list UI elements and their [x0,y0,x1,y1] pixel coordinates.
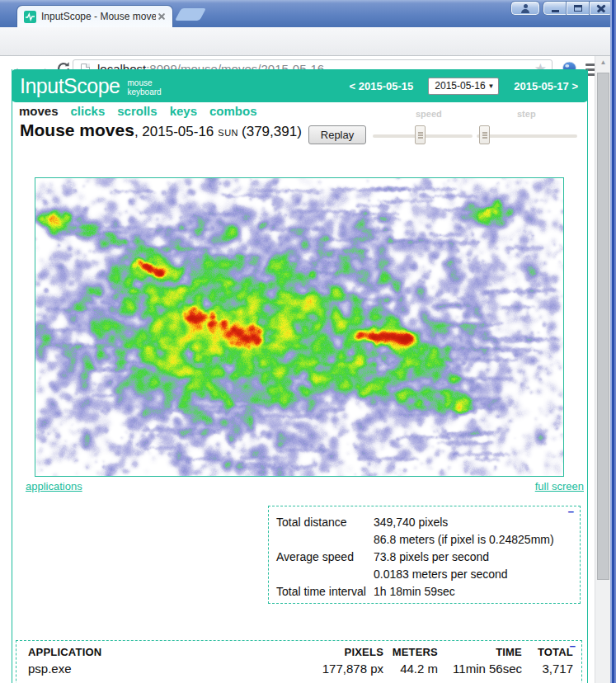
speed-label: speed [416,109,442,119]
tab-title: InputScope - Mouse moves [41,11,156,22]
close-button[interactable] [590,2,613,15]
tab-moves[interactable]: moves [19,104,59,118]
page-title: Mouse moves , 2015-05-16 sun (379,391) [20,120,302,140]
table-row: psp.exe 177,878 px 44.2 m 11min 56sec 3,… [28,658,573,680]
inputscope-favicon-icon [24,11,36,23]
col-pixels: PIXELS [293,646,383,658]
stats-collapse-toggle[interactable]: − [567,507,574,517]
stats-row: 0.0183 meters per second [276,566,573,583]
speed-slider-handle[interactable] [415,125,426,144]
date-select[interactable]: 2015-05-16 ▼ [428,78,499,95]
stat-label [276,531,374,549]
page-title-date: , 2015-05-16 [134,124,214,140]
brand-logo[interactable]: InputScope [20,74,120,98]
apps-collapse-toggle[interactable]: − [569,642,576,652]
page-scrollbar[interactable]: ▲ [595,56,610,683]
scrollbar-thumb[interactable] [597,73,609,580]
apps-table-header: APPLICATION PIXELS METERS TIME TOTAL [28,646,573,658]
stats-row: Average speed73.8 pixels per second [276,549,573,566]
site-header: InputScope mouse keyboard < 2015-05-15 2… [12,69,588,102]
cell-pixels: 177,878 px [293,658,383,680]
col-total: TOTAL [522,646,573,658]
minimize-button[interactable] [543,2,567,15]
stat-label: Total distance [276,514,374,531]
tab-keys[interactable]: keys [170,104,197,118]
browser-titlebar: InputScope - Mouse moves [0,0,616,27]
stats-panel: − Total distance349,740 pixels 86.8 mete… [268,506,581,604]
tab-scrolls[interactable]: scrolls [117,104,157,118]
applications-link[interactable]: applications [26,480,82,492]
browser-window: InputScope - Mouse moves ← → localhost:8… [0,0,616,683]
maximize-button[interactable] [567,2,590,15]
mouse-heatmap[interactable] [35,177,564,477]
page-title-weekday: sun [218,128,238,138]
prev-date-link[interactable]: < 2015-05-15 [350,80,414,92]
browser-tab[interactable]: InputScope - Mouse moves [16,5,173,27]
stats-table: Total distance349,740 pixels 86.8 meters… [276,514,573,601]
tab-combos[interactable]: combos [209,104,257,118]
step-label: step [517,109,536,119]
col-application: APPLICATION [28,646,293,658]
chevron-down-icon: ▼ [487,82,494,90]
fullscreen-link[interactable]: full screen [535,480,584,492]
cell-application: psp.exe [28,658,293,680]
tab-clicks[interactable]: clicks [71,104,106,118]
replay-button[interactable]: Replay [308,125,366,144]
date-navigation: < 2015-05-15 2015-05-16 ▼ 2015-05-17 > [350,69,578,102]
brand-sub-mouse[interactable]: mouse [128,78,162,87]
cell-time: 11min 56sec [438,658,522,680]
brand-sublinks: mouse keyboard [128,78,162,97]
col-meters: METERS [383,646,438,658]
event-count: (379,391) [242,124,302,140]
maximize-icon [574,5,582,12]
stat-value: 73.8 pixels per second [374,549,573,566]
tab-close-icon[interactable] [156,11,167,22]
profile-button[interactable] [511,2,539,15]
stat-label: Average speed [276,549,374,566]
date-select-value: 2015-05-16 [435,80,485,92]
stat-value: 0.0183 meters per second [374,566,573,583]
stats-row: 86.8 meters (if pixel is 0.24825mm) [276,531,573,549]
section-tabs: moves clicks scrolls keys combos [19,104,257,118]
step-slider-handle[interactable] [479,125,490,144]
stat-label [276,566,374,583]
stats-row: Total distance349,740 pixels [276,514,573,531]
step-slider-track[interactable] [477,134,577,138]
browser-toolbar: ← → localhost:8099/mouse/moves/2015-05-1… [0,27,616,56]
cell-meters: 44.2 m [383,658,438,680]
person-icon [520,4,530,12]
next-date-link[interactable]: 2015-05-17 > [514,80,578,92]
stats-row: Total time interval1h 18min 59sec [276,583,573,601]
close-icon [596,4,606,12]
scroll-up-icon[interactable]: ▲ [595,56,611,69]
window-frame [610,0,616,683]
heatmap-canvas [35,178,563,476]
col-time: TIME [438,646,522,658]
stat-value: 1h 18min 59sec [374,583,573,601]
cell-total: 3,717 [522,658,573,680]
stat-value: 349,740 pixels [374,514,573,531]
stat-label: Total time interval [276,583,374,601]
brand-sub-keyboard[interactable]: keyboard [128,87,162,97]
page-title-main: Mouse moves [20,120,134,140]
applications-panel: − APPLICATION PIXELS METERS TIME TOTAL p… [16,640,582,683]
minimize-icon [552,10,559,12]
new-tab-button[interactable] [175,8,206,21]
stat-value: 86.8 meters (if pixel is 0.24825mm) [374,531,573,549]
